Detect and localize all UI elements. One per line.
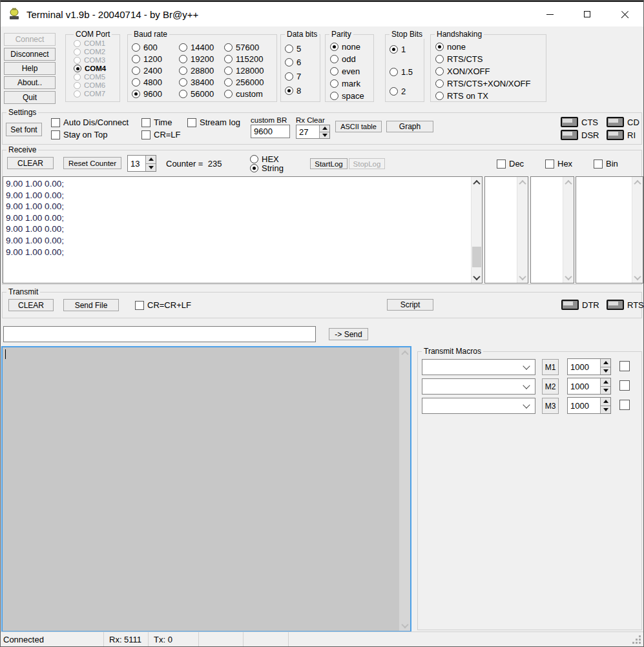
macro3-delay-spinner[interactable]: 1000 — [567, 397, 611, 414]
counter-spinner[interactable]: 13 — [127, 155, 156, 172]
spin-up-icon[interactable] — [320, 125, 329, 132]
send-file-button[interactable]: Send File — [63, 299, 119, 311]
transmit-editor[interactable] — [1, 346, 411, 632]
disconnect-button[interactable]: Disconnect — [4, 48, 56, 61]
macro2-checkbox[interactable] — [619, 380, 630, 391]
com6-radio[interactable]: COM6 — [74, 81, 105, 89]
receive-pane-3[interactable] — [530, 176, 574, 283]
spinner-buttons[interactable] — [600, 378, 610, 394]
baud-1200-radio[interactable]: 1200 — [132, 54, 162, 64]
com7-radio[interactable]: COM7 — [74, 90, 105, 98]
baud-57600-radio[interactable]: 57600 — [224, 43, 259, 52]
hex-checkbox[interactable]: Hex — [545, 159, 572, 169]
spinner-buttons[interactable] — [319, 125, 329, 138]
rts-indicator[interactable]: RTS — [607, 300, 644, 310]
string-mode-radio[interactable]: String — [250, 163, 284, 173]
auto-disconnect-checkbox[interactable]: Auto Dis/Connect — [51, 118, 129, 127]
cr-crlf-checkbox[interactable]: CR=CR+LF — [135, 300, 191, 310]
spin-up-icon[interactable] — [146, 156, 156, 163]
handshake-none-radio[interactable]: none — [435, 42, 466, 52]
macro3-button[interactable]: M3 — [542, 398, 559, 414]
about-button[interactable]: About.. — [4, 76, 56, 89]
baud-2400-radio[interactable]: 2400 — [132, 66, 162, 76]
receive-text-area[interactable]: 9.00 1.00 0.00; 9.00 1.00 0.00; 9.00 1.0… — [3, 176, 483, 283]
receive-scrollbar[interactable] — [471, 177, 482, 283]
spin-up-icon[interactable] — [601, 398, 610, 406]
help-button[interactable]: Help — [4, 62, 56, 75]
spin-down-icon[interactable] — [601, 386, 610, 395]
parity-mark-radio[interactable]: mark — [330, 79, 360, 88]
baud-14400-radio[interactable]: 14400 — [179, 43, 214, 52]
spin-down-icon[interactable] — [601, 367, 610, 375]
receive-pane-4[interactable] — [576, 176, 643, 283]
com3-radio[interactable]: COM3 — [74, 56, 105, 64]
com1-radio[interactable]: COM1 — [74, 39, 105, 47]
macro1-combobox[interactable] — [422, 359, 535, 375]
handshake-rtscts-radio[interactable]: RTS/CTS — [435, 54, 483, 64]
com2-radio[interactable]: COM2 — [74, 48, 105, 56]
quit-button[interactable]: Quit — [4, 91, 56, 104]
transmit-clear-button[interactable]: CLEAR — [8, 299, 54, 311]
parity-odd-radio[interactable]: odd — [330, 54, 356, 64]
scroll-down-button[interactable] — [472, 272, 482, 283]
parity-even-radio[interactable]: even — [330, 67, 360, 76]
baud-28800-radio[interactable]: 28800 — [179, 66, 214, 76]
scroll-up-button[interactable] — [472, 177, 482, 188]
baud-128000-radio[interactable]: 128000 — [224, 66, 264, 76]
baud-38400-radio[interactable]: 38400 — [179, 77, 214, 87]
handshake-both-radio[interactable]: RTS/CTS+XON/XOFF — [435, 79, 530, 88]
bin-checkbox[interactable]: Bin — [594, 159, 618, 169]
receive-clear-button[interactable]: CLEAR — [7, 157, 54, 169]
rx-clear-spinner[interactable]: 27 — [296, 125, 330, 139]
send-button[interactable]: -> Send — [329, 328, 368, 340]
custom-br-input[interactable] — [251, 125, 290, 138]
macro3-checkbox[interactable] — [619, 400, 630, 410]
stopbits-15-radio[interactable]: 1.5 — [390, 67, 413, 77]
baud-115200-radio[interactable]: 115200 — [224, 54, 263, 64]
macro3-combobox[interactable] — [422, 398, 535, 414]
dtr-indicator[interactable]: DTR — [561, 300, 599, 310]
ascii-table-button[interactable]: ASCII table — [335, 121, 382, 132]
script-button[interactable]: Script — [387, 299, 433, 311]
spin-up-icon[interactable] — [601, 378, 610, 386]
stopbits-1-radio[interactable]: 1 — [390, 45, 406, 54]
spin-up-icon[interactable] — [601, 359, 610, 367]
graph-button[interactable]: Graph — [386, 121, 433, 132]
com4-radio[interactable]: COM4 — [74, 65, 106, 72]
parity-space-radio[interactable]: space — [330, 91, 364, 101]
spinner-buttons[interactable] — [600, 398, 610, 413]
handshake-xonxoff-radio[interactable]: XON/XOFF — [435, 67, 490, 76]
resize-grip-icon[interactable] — [632, 635, 641, 644]
macro2-button[interactable]: M2 — [542, 378, 559, 395]
macro2-delay-spinner[interactable]: 1000 — [567, 378, 611, 395]
time-checkbox[interactable]: Time — [141, 118, 172, 127]
spin-down-icon[interactable] — [146, 163, 156, 172]
stream-log-checkbox[interactable]: Stream log — [187, 118, 240, 127]
baud-9600-radio[interactable]: 9600 — [132, 89, 162, 99]
close-button[interactable] — [606, 2, 643, 26]
dec-checkbox[interactable]: Dec — [497, 159, 524, 169]
handshake-rtsontx-radio[interactable]: RTS on TX — [435, 91, 488, 101]
databits-7-radio[interactable]: 7 — [285, 72, 301, 81]
macro2-combobox[interactable] — [422, 378, 535, 395]
baud-600-radio[interactable]: 600 — [132, 43, 158, 52]
set-font-button[interactable]: Set font — [6, 123, 42, 136]
databits-8-radio[interactable]: 8 — [285, 86, 301, 96]
scrollbar-thumb[interactable] — [472, 247, 481, 267]
parity-none-radio[interactable]: none — [330, 42, 360, 52]
stopbits-2-radio[interactable]: 2 — [390, 87, 406, 96]
databits-6-radio[interactable]: 6 — [285, 57, 301, 67]
hex-mode-radio[interactable]: HEX — [250, 154, 279, 164]
macro1-button[interactable]: M1 — [542, 359, 559, 375]
baud-19200-radio[interactable]: 19200 — [179, 54, 214, 64]
minimize-button[interactable] — [531, 2, 568, 26]
com5-radio[interactable]: COM5 — [74, 73, 105, 81]
spin-down-icon[interactable] — [601, 406, 610, 414]
baud-4800-radio[interactable]: 4800 — [132, 77, 162, 87]
spinner-buttons[interactable] — [600, 359, 610, 375]
macro1-delay-spinner[interactable]: 1000 — [567, 358, 611, 375]
databits-5-radio[interactable]: 5 — [285, 44, 301, 54]
baud-custom-radio[interactable]: custom — [224, 89, 263, 99]
start-log-button[interactable]: StartLog — [310, 158, 348, 169]
spin-down-icon[interactable] — [320, 132, 329, 139]
